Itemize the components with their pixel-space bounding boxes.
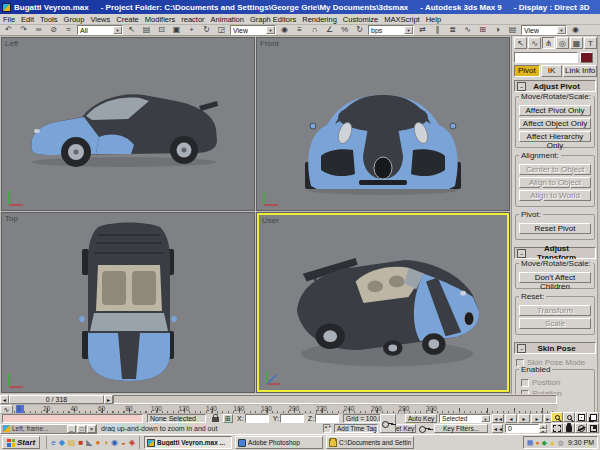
snap-toggle-icon[interactable]: ∩ xyxy=(308,25,321,35)
miniwin-restore-button[interactable]: □ xyxy=(77,425,86,433)
schematic-view-icon[interactable]: ⊞ xyxy=(476,25,489,35)
redo-icon[interactable]: ↷ xyxy=(17,25,30,35)
absolute-offset-toggle[interactable]: ⊞ xyxy=(223,414,233,423)
next-frame-button[interactable]: ► xyxy=(531,414,543,423)
miniwin-minimize-button[interactable]: _ xyxy=(67,425,76,433)
menu-item-rendering[interactable]: Rendering xyxy=(299,15,340,24)
quicklaunch-ball-icon[interactable]: ◒ xyxy=(121,437,126,448)
time-slider-handle[interactable]: 0 / 318 xyxy=(9,395,104,404)
add-time-tag[interactable]: Add Time Tag xyxy=(334,424,378,433)
previous-frame-button[interactable]: ◄ xyxy=(505,414,517,423)
select-and-rotate-icon[interactable]: ↻ xyxy=(200,25,213,35)
menu-item-edit[interactable]: Edit xyxy=(18,15,37,24)
tray-network-icon[interactable]: ◍ xyxy=(558,438,564,448)
z-coordinate-field[interactable] xyxy=(315,414,339,423)
ik-tab[interactable]: IK xyxy=(541,65,563,77)
arc-rotate-button[interactable] xyxy=(575,423,587,433)
layer-manager-icon[interactable]: ≣ xyxy=(446,25,459,35)
tray-warning-icon[interactable]: ▲ xyxy=(549,438,556,448)
minimized-render-window[interactable]: Left, frame... _ □ × xyxy=(0,424,97,434)
viewport-label-front[interactable]: Front xyxy=(260,39,279,48)
maxscript-mini-listener[interactable] xyxy=(2,414,143,423)
viewport-front[interactable]: Front xyxy=(257,38,509,210)
go-to-start-button[interactable]: ◄◄ xyxy=(492,414,504,423)
align-to-object-button[interactable]: Align to Object xyxy=(519,177,591,188)
modify-tab-icon[interactable]: ∿ xyxy=(528,37,541,49)
position-checkbox[interactable] xyxy=(521,379,529,387)
current-frame-field[interactable] xyxy=(505,424,539,433)
reset-pivot-button[interactable]: Reset Pivot xyxy=(519,223,591,234)
window-crossing-icon[interactable]: ▣ xyxy=(170,25,183,35)
zoom-all-button[interactable] xyxy=(563,412,575,422)
selection-filter-dropdown[interactable]: All▼ xyxy=(77,25,123,35)
set-keys-toggle-button[interactable] xyxy=(380,414,396,433)
select-and-link-icon[interactable]: ∞ xyxy=(32,25,45,35)
menu-item-tools[interactable]: Tools xyxy=(37,15,61,24)
pivot-tab[interactable]: Pivot xyxy=(514,65,540,77)
create-tab-icon[interactable]: ↖ xyxy=(514,37,527,49)
menu-item-file[interactable]: File xyxy=(0,15,18,24)
adjust-pivot-rollout-header[interactable]: - Adjust Pivot xyxy=(514,80,596,92)
time-slider-right-arrow[interactable]: ► xyxy=(104,395,113,404)
quicklaunch-pencil-icon[interactable]: ◑ xyxy=(103,437,108,448)
align-to-world-button[interactable]: Align to World xyxy=(519,190,591,201)
percent-snap-icon[interactable]: % xyxy=(338,25,351,35)
quicklaunch-browser-icon[interactable]: e xyxy=(51,437,55,448)
bind-to-space-warp-icon[interactable]: ≈ xyxy=(62,25,75,35)
render-setup-icon[interactable]: ▤ xyxy=(506,25,519,35)
spinner-down-icon[interactable]: ▼ xyxy=(539,429,547,434)
menu-item-maxscript[interactable]: MAXScript xyxy=(381,15,422,24)
y-coordinate-field[interactable] xyxy=(280,414,304,423)
viewport-label-top[interactable]: Top xyxy=(5,214,18,223)
align-icon[interactable]: ∥ xyxy=(431,25,444,35)
tray-display-icon[interactable]: ▦ xyxy=(527,438,534,448)
menu-item-customize[interactable]: Customize xyxy=(340,15,381,24)
taskbar-task-1[interactable]: Adobe Photoshop xyxy=(235,436,323,449)
quicklaunch-folder-icon[interactable]: ▤ xyxy=(68,437,76,448)
select-and-manipulate-icon[interactable]: ≡ xyxy=(293,25,306,35)
quicklaunch-globe-icon[interactable]: ◉ xyxy=(111,437,118,448)
utilities-tab-icon[interactable]: T xyxy=(584,37,597,49)
object-color-swatch[interactable] xyxy=(580,52,593,63)
x-coordinate-field[interactable] xyxy=(245,414,269,423)
quicklaunch-mail-icon[interactable]: ◆ xyxy=(59,437,65,448)
menu-item-animation[interactable]: Animation xyxy=(208,15,247,24)
affect-pivot-only-button[interactable]: Affect Pivot Only xyxy=(519,105,591,116)
select-and-move-icon[interactable]: + xyxy=(185,25,198,35)
affect-object-only-button[interactable]: Affect Object Only xyxy=(519,118,591,129)
menu-item-modifiers[interactable]: Modifiers xyxy=(142,15,178,24)
quicklaunch-world-icon[interactable]: ◈ xyxy=(129,437,135,448)
skin-pose-rollout-header[interactable]: - Skin Pose xyxy=(514,342,596,354)
time-slider-track[interactable] xyxy=(113,395,557,404)
hierarchy-tab-icon[interactable]: ⋔ xyxy=(542,37,555,49)
miniwin-close-button[interactable]: × xyxy=(87,425,96,433)
key-mode-dropdown[interactable]: Selected ▼ xyxy=(439,414,491,423)
link-info-tab[interactable]: Link Info xyxy=(563,65,597,77)
object-name-field[interactable] xyxy=(514,52,578,63)
time-tag-spinner[interactable]: ▲▼ xyxy=(323,424,331,433)
use-pivot-center-icon[interactable]: ◉ xyxy=(278,25,291,35)
time-slider-left-arrow[interactable]: ◄ xyxy=(0,395,9,404)
menu-item-reactor[interactable]: reactor xyxy=(178,15,207,24)
dropdown-arrow-icon[interactable]: ▼ xyxy=(481,415,490,422)
play-button[interactable]: ► xyxy=(518,414,530,423)
menu-item-views[interactable]: Views xyxy=(87,15,113,24)
tray-shield-icon[interactable]: ◆ xyxy=(541,438,546,448)
bugatti-veyron-front-view[interactable] xyxy=(257,38,509,210)
viewport-label-left[interactable]: Left xyxy=(5,39,18,48)
adjust-transform-rollout-header[interactable]: - Adjust Transform xyxy=(514,247,596,259)
dropdown-arrow-icon[interactable]: ▼ xyxy=(266,26,275,34)
spinner-snap-icon[interactable]: ↻ xyxy=(353,25,366,35)
quicklaunch-pen-icon[interactable]: ● xyxy=(95,437,100,448)
collapse-icon[interactable]: - xyxy=(517,249,526,258)
viewport-top[interactable]: Top xyxy=(2,213,254,392)
select-and-scale-icon[interactable]: ◲ xyxy=(215,25,228,35)
taskbar-task-0[interactable]: Bugatti Veyron.max ... xyxy=(144,436,232,449)
quicklaunch-notes-icon[interactable]: ◣ xyxy=(86,437,92,448)
mirror-icon[interactable]: ⇄ xyxy=(416,25,429,35)
render-type-dropdown[interactable]: View▼ xyxy=(521,25,567,35)
menu-item-graph-editors[interactable]: Graph Editors xyxy=(247,15,299,24)
auto-key-button[interactable]: Auto Key xyxy=(405,414,437,423)
zoom-extents-button[interactable] xyxy=(575,412,587,422)
set-key-mode-icon[interactable] xyxy=(419,425,431,433)
